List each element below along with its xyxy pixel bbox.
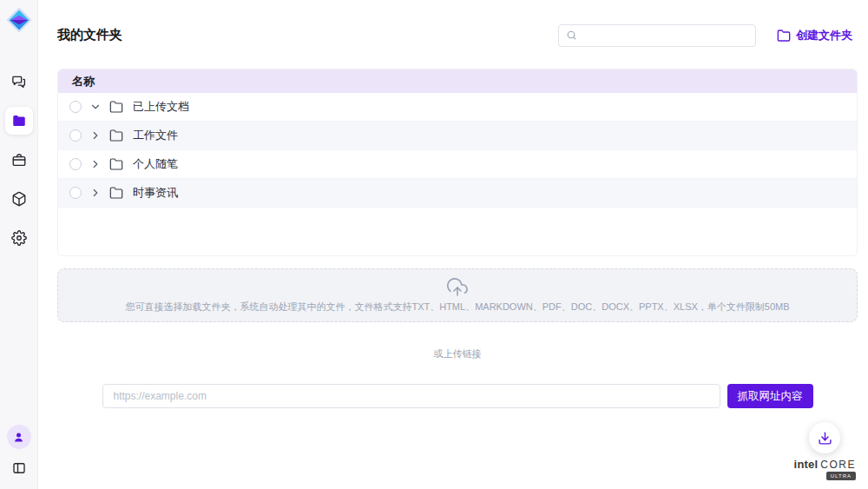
folder-name: 已上传文档 bbox=[133, 99, 189, 115]
search-box[interactable] bbox=[558, 24, 756, 47]
folder-icon bbox=[109, 100, 123, 114]
app-window: 我的文件夹 创建文件夹 bbox=[0, 0, 868, 489]
table-row[interactable]: 时事资讯 bbox=[58, 179, 857, 208]
fetch-url-button[interactable]: 抓取网址内容 bbox=[727, 384, 813, 408]
main-content: 我的文件夹 创建文件夹 bbox=[38, 0, 868, 489]
upload-cloud-icon bbox=[447, 277, 468, 298]
chevron-right-icon[interactable] bbox=[89, 187, 102, 199]
folder-name: 个人随笔 bbox=[133, 156, 178, 172]
table-header: 名称 bbox=[58, 69, 857, 93]
folder-name: 工作文件 bbox=[133, 128, 178, 143]
create-folder-label: 创建文件夹 bbox=[796, 28, 852, 43]
chevron-right-icon[interactable] bbox=[89, 158, 102, 170]
sidebar-item-folders[interactable] bbox=[5, 107, 33, 135]
chevron-down-icon[interactable] bbox=[89, 101, 102, 113]
link-upload-row: 抓取网址内容 bbox=[57, 384, 858, 408]
search-input[interactable] bbox=[582, 29, 748, 43]
collapse-sidebar-button[interactable] bbox=[7, 458, 31, 479]
row-checkbox[interactable] bbox=[69, 158, 82, 170]
page-title: 我的文件夹 bbox=[57, 27, 122, 43]
user-avatar[interactable] bbox=[7, 425, 31, 449]
intel-core-logo: intel core ultra bbox=[794, 458, 856, 480]
create-folder-button[interactable]: 创建文件夹 bbox=[772, 27, 858, 44]
chat-icon bbox=[11, 74, 27, 89]
user-icon bbox=[12, 431, 25, 444]
app-logo-icon bbox=[6, 7, 32, 33]
or-upload-link-label: 或上传链接 bbox=[57, 347, 858, 360]
folder-plus-icon bbox=[777, 29, 791, 43]
sidebar-item-models[interactable] bbox=[5, 185, 33, 213]
folder-icon bbox=[109, 129, 123, 142]
sidebar-item-workspace[interactable] bbox=[5, 146, 33, 174]
bottom-right-area: intel core ultra bbox=[794, 422, 856, 480]
chevron-right-icon[interactable] bbox=[89, 129, 102, 142]
intel-product-text: core bbox=[820, 459, 856, 471]
sidebar-bottom bbox=[7, 425, 31, 479]
sidebar-nav bbox=[5, 68, 33, 252]
gear-icon bbox=[11, 230, 27, 246]
url-input[interactable] bbox=[102, 384, 720, 408]
download-icon bbox=[818, 431, 832, 446]
row-checkbox[interactable] bbox=[69, 187, 82, 199]
folder-icon bbox=[109, 186, 123, 200]
dropzone-hint: 您可直接选择加载文件夹，系统自动处理其中的文件，文件格式支持TXT、HTML、M… bbox=[125, 301, 789, 314]
folder-name: 时事资讯 bbox=[133, 185, 178, 201]
name-column-header: 名称 bbox=[72, 74, 95, 89]
table-row[interactable]: 已上传文档 bbox=[58, 93, 857, 122]
sidebar bbox=[0, 0, 38, 489]
intel-variant-badge: ultra bbox=[826, 472, 856, 480]
sidebar-item-settings[interactable] bbox=[5, 224, 33, 252]
briefcase-icon bbox=[11, 152, 27, 168]
intel-brand-text: intel bbox=[794, 458, 819, 471]
row-checkbox[interactable] bbox=[69, 101, 82, 113]
sidebar-item-chat[interactable] bbox=[5, 68, 33, 96]
row-checkbox[interactable] bbox=[69, 129, 82, 142]
search-icon bbox=[566, 30, 577, 41]
table-row[interactable]: 个人随笔 bbox=[58, 150, 857, 179]
folder-icon bbox=[109, 157, 123, 171]
box-icon bbox=[11, 191, 27, 207]
panel-toggle-icon bbox=[11, 460, 27, 476]
table-row[interactable]: 工作文件 bbox=[58, 122, 857, 150]
topbar: 我的文件夹 创建文件夹 bbox=[57, 18, 858, 52]
upload-dropzone[interactable]: 您可直接选择加载文件夹，系统自动处理其中的文件，文件格式支持TXT、HTML、M… bbox=[57, 268, 858, 322]
folder-icon bbox=[11, 113, 27, 129]
folder-table: 名称 已上传文档 工作文件 bbox=[57, 69, 858, 256]
download-button[interactable] bbox=[809, 422, 840, 453]
